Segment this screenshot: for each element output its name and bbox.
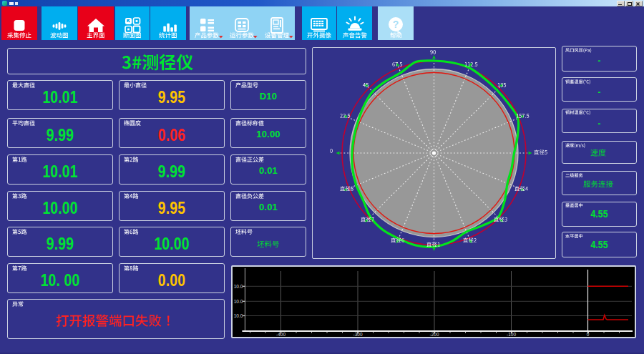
svg-text:?: ?: [393, 19, 399, 30]
svg-text:10.0: 10.0: [234, 284, 243, 289]
svg-text:-100: -100: [507, 332, 516, 337]
svg-text:-400: -400: [276, 332, 286, 337]
svg-text:-300: -300: [353, 332, 362, 337]
svg-text:-200: -200: [429, 332, 439, 337]
svg-text:0: 0: [587, 332, 590, 337]
svg-text:10.0: 10.0: [234, 313, 243, 318]
svg-text:10.0: 10.0: [234, 299, 243, 304]
